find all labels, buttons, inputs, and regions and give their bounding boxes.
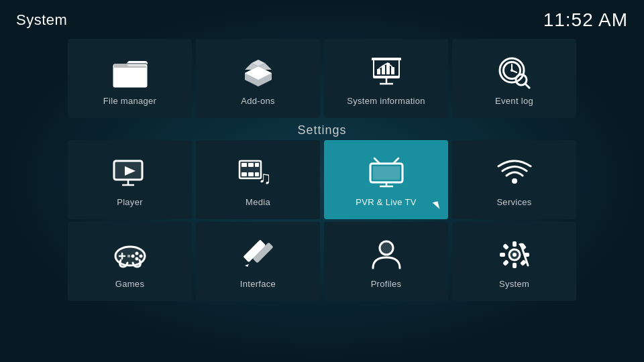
add-ons-icon	[238, 52, 278, 92]
tile-pvr-live-tv-label: PVR & Live TV	[356, 197, 416, 207]
svg-rect-31	[255, 163, 259, 167]
svg-rect-8	[382, 66, 385, 74]
tile-pvr-live-tv[interactable]: PVR & Live TV	[324, 140, 448, 219]
player-icon	[110, 153, 150, 193]
tile-event-log-label: Event log	[495, 96, 533, 106]
tile-profiles[interactable]: Profiles	[324, 222, 448, 301]
svg-rect-7	[377, 69, 380, 74]
top-tiles-row: File manager Add-ons	[0, 35, 644, 121]
svg-rect-30	[248, 163, 254, 167]
page-title: System	[16, 11, 67, 29]
tile-system-information[interactable]: System information	[324, 39, 448, 118]
tile-file-manager-label: File manager	[103, 96, 156, 106]
svg-point-50	[131, 254, 134, 257]
tile-system-label: System	[499, 279, 529, 289]
tile-event-log[interactable]: Event log	[452, 39, 576, 118]
svg-text:♫: ♫	[258, 168, 272, 188]
svg-line-21	[525, 84, 529, 88]
svg-rect-29	[241, 163, 247, 167]
games-icon	[110, 235, 150, 275]
tile-games-label: Games	[115, 279, 144, 289]
clock: 11:52 AM	[543, 9, 628, 31]
profiles-icon	[366, 235, 407, 275]
tile-services-label: Services	[496, 197, 531, 207]
svg-point-19	[511, 69, 513, 72]
svg-rect-32	[241, 172, 247, 176]
svg-rect-4	[114, 68, 146, 86]
system-information-icon	[366, 52, 407, 92]
tile-media[interactable]: ♫ Media	[196, 140, 320, 219]
tile-games[interactable]: Games	[68, 222, 192, 301]
svg-point-42	[512, 178, 517, 184]
settings-section-label: Settings	[0, 123, 644, 137]
tile-player[interactable]: Player	[68, 140, 192, 219]
settings-row-2: Games Interface Profiles	[0, 222, 644, 304]
tile-file-manager[interactable]: File manager	[68, 39, 192, 118]
svg-rect-39	[373, 166, 400, 180]
tile-system-information-label: System information	[347, 96, 425, 106]
media-icon: ♫	[238, 153, 278, 193]
svg-rect-62	[500, 253, 505, 257]
file-manager-icon	[110, 52, 150, 92]
interface-icon	[238, 235, 278, 275]
tile-interface-label: Interface	[240, 279, 276, 289]
svg-point-56	[380, 241, 393, 255]
system-icon	[494, 235, 535, 275]
tile-media-label: Media	[246, 197, 270, 207]
svg-rect-60	[513, 241, 517, 247]
svg-rect-13	[372, 58, 401, 60]
services-icon	[494, 153, 535, 193]
tile-player-label: Player	[117, 197, 143, 207]
svg-rect-10	[391, 67, 394, 74]
tile-add-ons[interactable]: Add-ons	[196, 39, 320, 118]
svg-marker-53	[245, 264, 249, 267]
svg-rect-61	[513, 263, 517, 268]
tile-services[interactable]: Services	[452, 140, 576, 219]
tile-interface[interactable]: Interface	[196, 222, 320, 301]
svg-rect-64	[502, 243, 509, 250]
svg-rect-66	[502, 259, 509, 266]
svg-rect-33	[248, 172, 254, 176]
svg-point-59	[513, 253, 517, 257]
pvr-live-tv-icon	[366, 153, 407, 193]
svg-rect-51	[127, 255, 130, 257]
event-log-icon	[494, 52, 535, 92]
svg-point-47	[135, 251, 138, 255]
tile-profiles-label: Profiles	[371, 279, 402, 289]
svg-point-48	[139, 254, 142, 257]
cursor-icon	[433, 201, 440, 210]
tile-add-ons-label: Add-ons	[241, 96, 275, 106]
settings-row-1: Player ♫ Media	[0, 140, 644, 222]
tile-system[interactable]: System	[452, 222, 576, 301]
header: System 11:52 AM	[0, 0, 644, 35]
svg-point-49	[135, 257, 138, 260]
